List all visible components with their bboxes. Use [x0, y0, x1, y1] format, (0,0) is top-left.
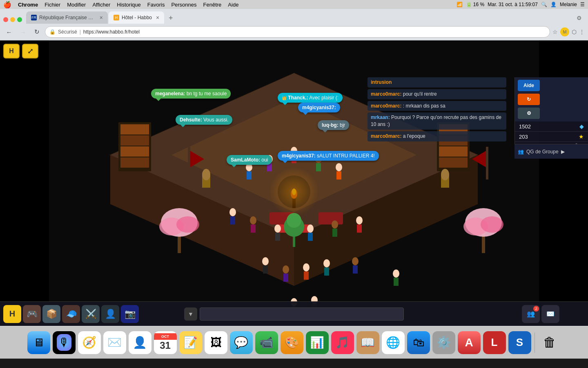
app-name[interactable]: Chrome — [18, 2, 38, 8]
dock-numbers[interactable]: 📊 — [306, 331, 329, 354]
tab-close-1[interactable]: × — [100, 14, 103, 21]
toolbar-icon-4[interactable]: ⚔️ — [82, 305, 100, 323]
menu-fenetre[interactable]: Fenêtre — [203, 2, 222, 8]
tab-favicon-2: H — [114, 15, 119, 20]
address-bar[interactable]: 🔒 Sécurisé | https://www.habbo.fr/hotel — [45, 26, 550, 38]
svg-point-65 — [262, 257, 269, 265]
dock-keynote[interactable]: 🎨 — [281, 331, 303, 354]
dock-contacts[interactable]: 👤 — [129, 331, 151, 354]
menu-fichier[interactable]: Fichier — [45, 2, 60, 8]
svg-rect-50 — [316, 163, 321, 171]
menu-modifier[interactable]: Modifier — [67, 2, 86, 8]
dock-appstore[interactable]: 🛍 — [407, 331, 430, 354]
action-buttons: Aide ↻ ⚙ — [515, 77, 588, 121]
group-icon: 👥 — [518, 149, 524, 155]
svg-rect-54 — [230, 216, 235, 224]
svg-rect-64 — [357, 224, 362, 233]
bubble-text-meganelena: bn tg tu me saoule — [187, 91, 227, 96]
dock-music[interactable]: 🎵 — [331, 331, 354, 354]
forward-button[interactable]: → — [17, 26, 29, 38]
dock-scrivener[interactable]: L — [483, 331, 506, 354]
reload-button[interactable]: ↻ — [31, 26, 42, 38]
toolbar-icon-6[interactable]: 📷 — [121, 305, 139, 323]
tab-close-2[interactable]: × — [156, 14, 159, 21]
toolbar-icon-1-img: 🎮 — [27, 309, 38, 319]
address-row: ← → ↻ 🔒 Sécurisé | https://www.habbo.fr/… — [0, 24, 588, 40]
dock-safari[interactable]: 🧭 — [78, 331, 101, 354]
dock-messages[interactable]: 💬 — [230, 331, 253, 354]
menu-aide[interactable]: Aide — [228, 2, 238, 8]
svg-point-73 — [352, 257, 359, 265]
svg-point-57 — [274, 224, 281, 233]
profile-icon[interactable]: M — [560, 27, 569, 36]
search-icon[interactable]: 🔍 — [541, 2, 547, 7]
dock-system[interactable]: ⚙️ — [432, 331, 455, 354]
safari-icon: 🧭 — [82, 336, 96, 349]
battery-icon: 🔋 16 % — [466, 2, 485, 7]
close-window-btn[interactable] — [3, 17, 8, 22]
toolbar-icon-3-img: 🧢 — [66, 309, 77, 319]
back-button[interactable]: ← — [3, 26, 15, 38]
bubble-text-m4gic2: sALUT INTRU PALLIER 4! — [317, 153, 375, 159]
menu-favoris[interactable]: Favoris — [147, 2, 165, 8]
extensions-icon[interactable]: ⚙ — [573, 12, 585, 24]
svg-rect-72 — [324, 267, 329, 276]
settings-action-btn[interactable]: ⚙ — [518, 108, 540, 119]
dock-notes[interactable]: 📝 — [179, 331, 202, 354]
friends-icon[interactable]: 👥 2 — [522, 305, 540, 323]
new-tab-button[interactable]: + — [165, 12, 176, 24]
apple-menu[interactable]: 🍎 — [3, 1, 11, 9]
chat-emote-button[interactable]: ▼ — [184, 307, 197, 321]
toolbar-icon-1[interactable]: 🎮 — [23, 305, 41, 323]
svg-rect-62 — [332, 229, 337, 237]
svg-rect-52 — [336, 171, 341, 180]
dock-mail[interactable]: ✉️ — [103, 331, 126, 354]
tab-republique[interactable]: FR République Française de Hab... × — [26, 11, 108, 24]
group-label: QG de Groupe — [526, 149, 559, 155]
zoom-button[interactable]: ⤢ — [22, 44, 38, 58]
cast-icon[interactable]: ⬡ — [572, 29, 577, 35]
chat-text-1: pour qu'il rentre — [403, 91, 437, 97]
chat-name-1: intrusion — [371, 79, 392, 85]
dock-calendar[interactable]: OCT 31 — [154, 331, 177, 354]
chat-name-marco2: marco0marc: — [371, 103, 401, 109]
dock-books[interactable]: 📖 — [356, 331, 379, 354]
chat-input-field[interactable] — [200, 307, 404, 321]
menu-icon[interactable]: ☰ — [580, 2, 585, 7]
dock-font[interactable]: A — [458, 331, 481, 354]
dock-chrome[interactable]: 🌐 — [382, 331, 405, 354]
room-info-button[interactable]: H — [3, 44, 20, 58]
dock-sketchbook[interactable]: S — [508, 331, 531, 354]
chat-bubble-m4gic2: m4gicyanis37: sALUT INTRU PALLIER 4! — [278, 151, 379, 161]
orange-icon: ↻ — [527, 96, 531, 102]
dock-photos[interactable]: 🖼 — [205, 331, 227, 354]
tab-habbo[interactable]: H Hôtel - Habbo × — [109, 11, 164, 24]
group-hq-panel[interactable]: 👥 QG de Groupe ▶ — [514, 144, 588, 159]
maximize-window-btn[interactable] — [17, 17, 22, 22]
friends-badge: 2 — [533, 306, 539, 312]
minimize-window-btn[interactable] — [10, 17, 15, 22]
menu-afficher[interactable]: Afficher — [92, 2, 110, 8]
bookmark-star-icon[interactable]: ☆ — [552, 29, 558, 35]
toolbar-icon-3[interactable]: 🧢 — [62, 305, 80, 323]
menu-historique[interactable]: Historique — [117, 2, 141, 8]
trash-icon: 🗑 — [543, 335, 556, 350]
toolbar-icon-2[interactable]: 📦 — [42, 305, 60, 323]
habbo-home-icon[interactable]: H — [3, 305, 21, 323]
chat-bubble-dehsulte: Dehsulte: Vous aussi. — [176, 115, 232, 125]
dock-trash[interactable]: 🗑 — [538, 331, 561, 354]
more-icon[interactable]: ⋮ — [579, 29, 585, 35]
orange-action-btn[interactable]: ↻ — [518, 94, 540, 105]
browser-chrome: FR République Française de Hab... × H Hô… — [0, 9, 588, 40]
toolbar-icon-5[interactable]: 👤 — [101, 305, 119, 323]
dock-facetime[interactable]: 📹 — [255, 331, 278, 354]
dock-siri[interactable]: 🎙 — [53, 331, 76, 354]
zoom-icon: ⤢ — [27, 47, 33, 56]
menu-personnes[interactable]: Personnes — [171, 2, 196, 8]
messages-icon[interactable]: ✉️ — [541, 305, 559, 323]
bubble-speaker-luqbg: luq-bg: — [322, 122, 339, 128]
aide-button[interactable]: Aide — [518, 80, 540, 91]
facetime-icon: 📹 — [259, 336, 274, 349]
svg-rect-12 — [120, 157, 149, 168]
dock-finder[interactable]: 🖥 — [27, 331, 50, 354]
